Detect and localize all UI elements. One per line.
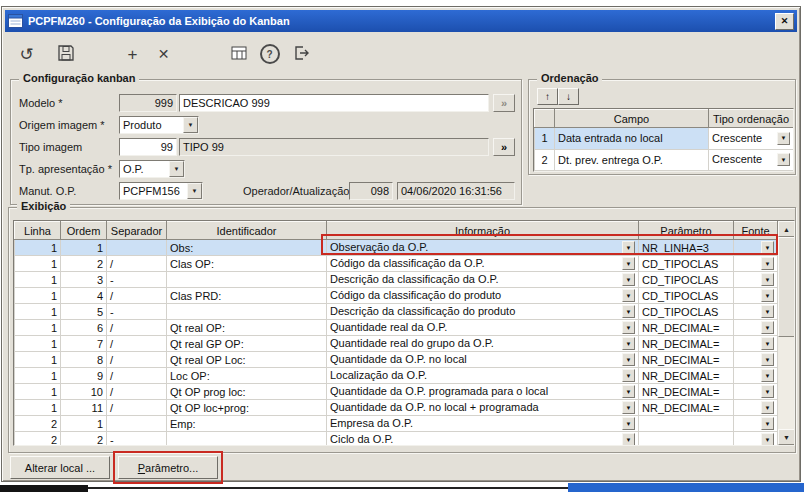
scroll-down-button[interactable]: ▼ (778, 429, 795, 445)
table-row[interactable]: 1 10 / Qt OP prog loc: ▼ Quantidade da O… (15, 384, 778, 400)
vertical-scrollbar[interactable]: ▲ ▼ (778, 221, 795, 445)
cell-identificador[interactable] (167, 304, 327, 320)
dropdown-button[interactable]: ▼ (187, 183, 202, 199)
scroll-up-button[interactable]: ▲ (778, 221, 795, 237)
cell-fonte[interactable]: ▼ (734, 368, 778, 384)
cell-ordem[interactable]: 5 (61, 304, 107, 320)
cell-separador[interactable]: - (107, 272, 167, 288)
cell-fonte[interactable]: ▼ (734, 256, 778, 272)
cell-fonte[interactable]: ▼ (734, 352, 778, 368)
ordenacao-row[interactable]: 1 Data entrada no local ▼ Crescente (535, 128, 794, 150)
cell-linha[interactable]: 1 (15, 272, 61, 288)
cell-fonte[interactable]: ▼ (734, 384, 778, 400)
cell-informacao[interactable]: ▼ Quantidade da O.P. programada para o l… (327, 384, 639, 400)
dropdown-button[interactable]: ▼ (622, 289, 635, 302)
table-row[interactable]: 1 9 / Loc OP: ▼ Localização da O.P. NR_D… (15, 368, 778, 384)
cell-separador[interactable]: / (107, 288, 167, 304)
cell-parametro[interactable]: NR_DECIMAL= (639, 384, 734, 400)
dropdown-button[interactable]: ▼ (183, 117, 198, 133)
cell-separador[interactable]: - (107, 304, 167, 320)
table-row[interactable]: 1 7 / Qt real GP OP: ▼ Quantidade real d… (15, 336, 778, 352)
cell-num[interactable]: 2 (535, 149, 555, 171)
exit-button[interactable] (287, 41, 314, 68)
dropdown-button[interactable]: ▼ (622, 321, 635, 334)
table-row[interactable]: 1 11 / Qt OP loc+prog: ▼ Quantidade da O… (15, 400, 778, 416)
cell-identificador[interactable] (167, 272, 327, 288)
dropdown-button[interactable]: ▼ (622, 401, 635, 414)
dropdown-button[interactable]: ▼ (622, 305, 635, 318)
dropdown-button[interactable]: ▼ (622, 337, 635, 350)
cell-informacao[interactable]: ▼ Observação da O.P. (327, 240, 639, 256)
dropdown-button[interactable]: ▼ (622, 385, 635, 398)
cell-parametro[interactable]: NR_DECIMAL= (639, 320, 734, 336)
cell-informacao[interactable]: ▼ Código da classificação da O.P. (327, 256, 639, 272)
cell-linha[interactable]: 2 (15, 416, 61, 432)
cell-tipo[interactable]: ▼ Crescente (709, 149, 794, 171)
dropdown-button[interactable]: ▼ (622, 369, 635, 382)
cell-linha[interactable]: 1 (15, 256, 61, 272)
cell-ordem[interactable]: 10 (61, 384, 107, 400)
close-button[interactable]: ✕ (775, 13, 794, 30)
dropdown-button[interactable]: ▼ (761, 241, 774, 254)
dropdown-button[interactable]: ▼ (622, 241, 635, 254)
cell-identificador[interactable]: Qt OP prog loc: (167, 384, 327, 400)
save-button[interactable] (52, 41, 79, 68)
cell-fonte[interactable]: ▼ (734, 304, 778, 320)
cell-fonte[interactable]: ▼ (734, 288, 778, 304)
cell-separador[interactable]: / (107, 384, 167, 400)
dropdown-button[interactable]: ▼ (777, 153, 790, 166)
cell-fonte[interactable]: ▼ (734, 320, 778, 336)
cell-informacao[interactable]: ▼ Ciclo da O.P. (327, 432, 639, 447)
cell-parametro[interactable]: NR_DECIMAL= (639, 352, 734, 368)
cell-linha[interactable]: 1 (15, 368, 61, 384)
scrollbar-track[interactable] (778, 237, 795, 429)
cell-parametro[interactable] (639, 416, 734, 432)
cell-identificador[interactable]: Loc OP: (167, 368, 327, 384)
dropdown-button[interactable]: ▼ (622, 417, 635, 430)
dropdown-button[interactable]: ▼ (761, 353, 774, 366)
alterar-local-button[interactable]: Alterar local ... (10, 456, 110, 479)
cell-identificador[interactable]: Obs: (167, 240, 327, 256)
cell-fonte[interactable]: ▼ (734, 240, 778, 256)
cell-separador[interactable]: / (107, 336, 167, 352)
tipo-imagem-lookup-button[interactable]: » (493, 138, 515, 156)
undo-button[interactable]: ↺ (13, 41, 40, 68)
cell-ordem[interactable]: 2 (61, 432, 107, 447)
dropdown-button[interactable]: ▼ (169, 161, 184, 177)
dropdown-button[interactable]: ▼ (622, 273, 635, 286)
cell-ordem[interactable]: 7 (61, 336, 107, 352)
table-row[interactable]: 2 1 Emp: ▼ Empresa da O.P. ▼ (15, 416, 778, 432)
cell-identificador[interactable]: Emp: (167, 416, 327, 432)
tipo-imagem-code-field[interactable]: 99 (119, 138, 177, 156)
cell-fonte[interactable]: ▼ (734, 400, 778, 416)
cell-informacao[interactable]: ▼ Código da classificação do produto (327, 288, 639, 304)
cell-separador[interactable] (107, 240, 167, 256)
cell-tipo[interactable]: ▼ Crescente (709, 128, 794, 150)
cell-informacao[interactable]: ▼ Descrição da classificação da O.P. (327, 272, 639, 288)
dropdown-button[interactable]: ▼ (622, 257, 635, 270)
cell-separador[interactable]: / (107, 368, 167, 384)
dropdown-button[interactable]: ▼ (622, 433, 635, 446)
properties-button[interactable] (225, 41, 252, 68)
dropdown-button[interactable]: ▼ (761, 417, 774, 430)
move-up-button[interactable]: ↑ (537, 88, 558, 105)
dropdown-button[interactable]: ▼ (761, 273, 774, 286)
cell-parametro[interactable]: NR_LINHA=3 (639, 240, 734, 256)
cell-separador[interactable]: / (107, 256, 167, 272)
cell-linha[interactable]: 1 (15, 288, 61, 304)
dropdown-button[interactable]: ▼ (761, 369, 774, 382)
cell-linha[interactable]: 1 (15, 352, 61, 368)
move-down-button[interactable]: ↓ (558, 88, 579, 105)
cell-fonte[interactable]: ▼ (734, 336, 778, 352)
origem-imagem-select[interactable]: Produto ▼ (119, 116, 199, 134)
dropdown-button[interactable]: ▼ (761, 401, 774, 414)
dropdown-button[interactable]: ▼ (777, 132, 790, 145)
manut-op-select[interactable]: PCPFM156 ▼ (119, 182, 203, 200)
scrollbar-thumb[interactable] (778, 237, 795, 337)
table-row[interactable]: 1 8 / Qt real OP Loc: ▼ Quantidade da O.… (15, 352, 778, 368)
ordenacao-row[interactable]: 2 Dt. prev. entrega O.P. ▼ Crescente (535, 149, 794, 171)
table-row[interactable]: 1 1 Obs: ▼ Observação da O.P. NR_LINHA=3 (15, 240, 778, 256)
dropdown-button[interactable]: ▼ (761, 305, 774, 318)
cell-parametro[interactable]: NR_DECIMAL= (639, 336, 734, 352)
cell-parametro[interactable]: CD_TIPOCLAS (639, 288, 734, 304)
